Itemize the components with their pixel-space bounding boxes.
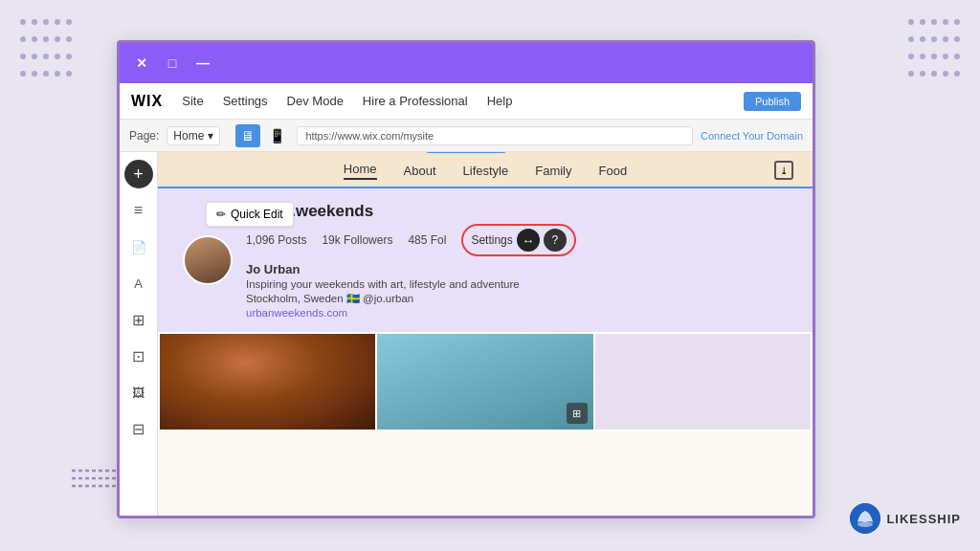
page-nav-home[interactable]: Home	[344, 162, 377, 180]
followers-count: 19k Followers	[322, 233, 392, 247]
instagram-feed-badge: Instagram Feed	[426, 152, 506, 153]
address-bar: Page: Home ▾ 🖥 📱 https://www.wix.com/mys…	[120, 120, 813, 152]
profile-website: urbanweekends.com	[246, 307, 797, 319]
avatar-image	[185, 237, 231, 283]
page-content: Instagram Feed Home About Lifestyle Fami…	[158, 152, 813, 516]
minimize-button[interactable]: —	[192, 53, 213, 74]
likeship-logo-text: LIKESSHIP	[886, 512, 961, 526]
photo-item-2: ⊞	[377, 334, 592, 430]
dot-grid-top-right	[905, 14, 963, 83]
username: urban.weekends	[246, 202, 797, 221]
page-nav-food[interactable]: Food	[599, 164, 628, 178]
resize-icon-button[interactable]: ↔	[517, 229, 540, 252]
sidebar-menus-icon[interactable]: ≡	[124, 196, 153, 225]
nav-help[interactable]: Help	[487, 94, 513, 108]
sidebar-font-icon[interactable]: A	[124, 269, 153, 298]
photo-grid: ⊞	[158, 332, 813, 431]
wix-top-nav: WIX Site Settings Dev Mode Hire a Profes…	[120, 83, 813, 120]
help-icon-button[interactable]: ?	[544, 229, 567, 252]
chevron-down-icon: ▾	[208, 129, 213, 143]
profile-name: Jo Urban	[246, 262, 797, 276]
photo-item-3	[595, 334, 811, 430]
nav-devmode[interactable]: Dev Mode	[287, 94, 344, 108]
add-element-button[interactable]: +	[124, 160, 153, 188]
settings-button[interactable]: Settings	[471, 233, 512, 247]
quick-edit-label: Quick Edit	[231, 208, 283, 221]
page-nav-family[interactable]: Family	[535, 164, 571, 178]
photo-grid-icon: ⊞	[567, 403, 588, 424]
wix-logo: WIX	[131, 93, 163, 110]
connect-domain-link[interactable]: Connect Your Domain	[701, 130, 803, 142]
mobile-icon[interactable]: 📱	[264, 124, 289, 147]
page-nav-lifestyle[interactable]: Lifestyle	[463, 164, 509, 178]
photo-teal	[377, 334, 592, 430]
content-area: + ≡ 📄 A ⊞ ⊡ 🖼 ⊟ Instagram Feed Home Abou…	[120, 152, 813, 516]
url-bar: https://www.wix.com/mysite	[297, 126, 693, 145]
dot-grid-top-left	[17, 14, 75, 83]
pencil-icon: ✏	[216, 208, 226, 221]
publish-button[interactable]: Publish	[744, 92, 801, 111]
desktop-icon[interactable]: 🖥	[235, 124, 260, 147]
nav-hire[interactable]: Hire a Professional	[363, 94, 468, 108]
profile-info: urban.weekends 1,096 Posts 19k Followers…	[246, 202, 797, 319]
following-count: 485 Fol	[408, 233, 446, 247]
instagram-profile-section: ✏ Quick Edit urban.weekends 1,096 Posts …	[158, 188, 813, 332]
nav-site[interactable]: Site	[182, 94, 203, 108]
profile-location: Stockholm, Sweden 🇸🇪 @jo.urban	[246, 292, 797, 305]
likeship-logo-icon	[850, 503, 880, 534]
title-bar: ✕ □ —	[120, 43, 813, 83]
profile-bio: Inspiring your weekends with art, lifest…	[246, 278, 797, 290]
posts-count: 1,096 Posts	[246, 233, 306, 247]
page-nav-bar: Instagram Feed Home About Lifestyle Fami…	[158, 152, 813, 188]
avatar	[183, 235, 233, 285]
sidebar-text-icon[interactable]: 📄	[124, 232, 153, 261]
screenshot-frame: ✕ □ — WIX Site Settings Dev Mode Hire a …	[117, 40, 815, 518]
photo-curly-hair	[160, 334, 375, 430]
quick-edit-button[interactable]: ✏ Quick Edit	[206, 202, 294, 227]
resize-handle[interactable]: ⤓	[774, 161, 793, 180]
page-label: Page:	[129, 129, 159, 143]
device-toggle: 🖥 📱	[235, 124, 289, 147]
stats-row: 1,096 Posts 19k Followers 485 Fol Settin…	[246, 224, 797, 256]
page-select[interactable]: Home ▾	[167, 126, 220, 145]
nav-settings[interactable]: Settings	[223, 94, 268, 108]
settings-group: Settings ↔ ?	[461, 224, 575, 256]
photo-item-1	[160, 334, 375, 430]
svg-point-4	[858, 521, 873, 527]
close-button[interactable]: ✕	[131, 53, 152, 74]
sidebar-table-icon[interactable]: ⊟	[124, 414, 153, 443]
page-nav-about[interactable]: About	[404, 164, 436, 178]
sidebar-media-icon[interactable]: 🖼	[124, 378, 153, 407]
page-name: Home	[173, 129, 204, 143]
likeship-logo: LIKESSHIP	[850, 503, 961, 534]
sidebar-apps-icon[interactable]: ⊡	[124, 342, 153, 370]
maximize-button[interactable]: □	[162, 53, 183, 74]
sidebar-grid-icon[interactable]: ⊞	[124, 305, 153, 334]
left-sidebar: + ≡ 📄 A ⊞ ⊡ 🖼 ⊟	[120, 152, 158, 516]
